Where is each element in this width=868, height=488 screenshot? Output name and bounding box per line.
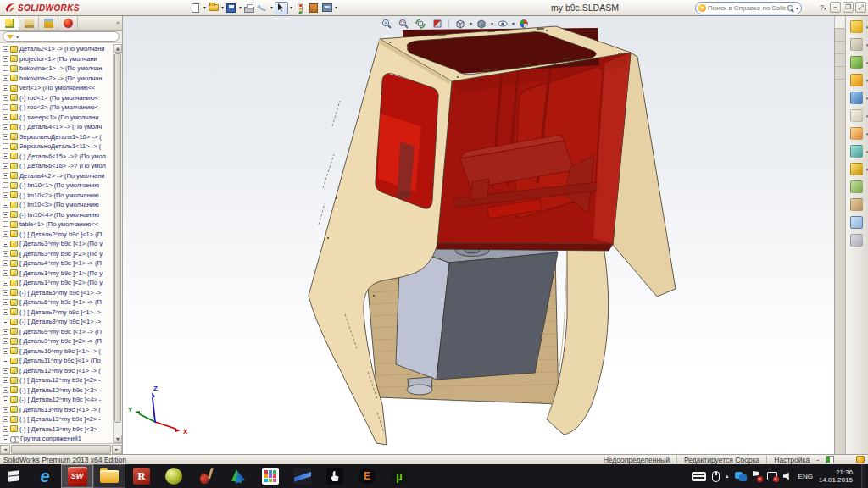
scroll-down-icon[interactable]: ▼: [114, 435, 122, 443]
tree-item[interactable]: [ Деталь1^my b9c ]<1> (По у: [2, 269, 113, 279]
command-tab[interactable]: [835, 42, 845, 54]
tree-item[interactable]: (-) [ Деталь8^my b9c ]<1> ->: [2, 317, 113, 327]
command-tool-icon[interactable]: [850, 180, 863, 193]
network-error-icon[interactable]: [767, 472, 777, 480]
hide-show-caret[interactable]: ▾: [512, 21, 515, 26]
print-icon[interactable]: [243, 2, 255, 14]
tree-item[interactable]: ( ) [ Деталь12^my b9c ]<2> -: [2, 375, 113, 385]
expand-toggle-icon[interactable]: [3, 163, 8, 169]
tree-item[interactable]: (-) [ Деталь12^my b9c ]<3> -: [2, 385, 113, 396]
tree-item[interactable]: [ Деталь9^my b9c ]<2> -> (П: [2, 336, 113, 347]
hide-show-items-icon[interactable]: [495, 17, 510, 30]
command-tool-icon[interactable]: [850, 74, 863, 86]
expand-toggle-icon[interactable]: [3, 65, 8, 71]
undo-icon[interactable]: [257, 2, 269, 14]
taskbar-solidworks[interactable]: SW: [61, 464, 93, 488]
open-caret[interactable]: ▾: [221, 5, 224, 10]
tree-item[interactable]: ( ) Деталь4<1> -> (По умолч: [2, 122, 113, 132]
expand-toggle-icon[interactable]: [3, 212, 8, 218]
expand-toggle-icon[interactable]: [3, 75, 8, 81]
panel-caret[interactable]: ▾: [335, 5, 337, 10]
section-view-icon[interactable]: [430, 17, 445, 30]
expand-toggle-icon[interactable]: [3, 407, 8, 413]
expand-toggle-icon[interactable]: [3, 104, 8, 110]
scroll-up-icon[interactable]: ▲: [114, 44, 122, 53]
expand-toggle-icon[interactable]: [3, 221, 8, 227]
rotate-view-icon[interactable]: [413, 17, 428, 30]
new-document-icon[interactable]: [190, 2, 202, 14]
tree-item[interactable]: bokovina<1> -> (По умолчан: [2, 64, 113, 74]
tree-item[interactable]: projector<1> (По умолчани: [2, 54, 113, 64]
expand-toggle-icon[interactable]: [3, 192, 8, 198]
tree-item[interactable]: Группа сопряжений1: [2, 434, 113, 443]
zoom-to-area-icon[interactable]: [396, 17, 411, 30]
minimize-icon[interactable]: –: [830, 2, 841, 13]
help-search-box[interactable]: ? ▾: [695, 2, 802, 14]
taskbar-e-reader[interactable]: E: [351, 464, 383, 488]
flag-notification-icon[interactable]: [753, 471, 761, 481]
taskbar-mosaic-app[interactable]: [254, 464, 287, 488]
tree-item[interactable]: ЗеркальноДеталь1<11> -> (: [2, 141, 113, 152]
tree-item[interactable]: [ Деталь4^my b9c ]<1> -> (П: [2, 258, 113, 269]
tree-item[interactable]: [ Деталь6^my b9c ]<1> -> (П: [2, 297, 113, 308]
view-orientation-icon[interactable]: [453, 17, 468, 30]
command-tool-icon[interactable]: [850, 198, 863, 211]
command-tool-icon[interactable]: [850, 163, 863, 175]
volume-icon[interactable]: [783, 472, 793, 481]
show-desktop-button[interactable]: [861, 464, 865, 488]
save-icon[interactable]: [225, 2, 237, 14]
tree-item[interactable]: ( ) sweep<1> (По умолчани: [2, 113, 113, 123]
expand-toggle-icon[interactable]: [3, 329, 8, 335]
tree-item[interactable]: [ Деталь3^my b9c ]<1> (По у: [2, 239, 113, 249]
expand-toggle-icon[interactable]: [3, 231, 8, 237]
command-tool-icon[interactable]: [850, 109, 863, 122]
sheet-status-icon[interactable]: [826, 456, 834, 463]
taskbar-r-reader[interactable]: R: [125, 464, 158, 488]
command-tool-icon[interactable]: [850, 145, 863, 158]
tree-item[interactable]: (-) lm10<4> (По умолчанию: [2, 210, 113, 220]
expand-toggle-icon[interactable]: [3, 358, 8, 363]
taskbar-video-app[interactable]: [287, 464, 319, 488]
tree-item[interactable]: [ Деталь9^my b9c ]<1> -> (П: [2, 327, 113, 337]
taskbar-media-disc[interactable]: [158, 464, 190, 488]
magnifier-icon[interactable]: [787, 5, 794, 12]
scroll-left-icon[interactable]: ◄: [0, 445, 10, 454]
language-indicator[interactable]: ENG: [798, 473, 813, 480]
expand-toggle-icon[interactable]: [3, 319, 8, 324]
customize-dash[interactable]: -: [816, 456, 819, 464]
display-style-icon[interactable]: [474, 17, 489, 30]
tree-item[interactable]: [ Деталь11^my b9c ]<1> (По: [2, 356, 113, 366]
tree-item[interactable]: (-) lm10<1> (По умолчанию: [2, 180, 113, 191]
expand-toggle-icon[interactable]: [3, 270, 8, 276]
taskbar-presenter-app[interactable]: [319, 464, 351, 488]
tab-feature-tree[interactable]: [0, 16, 19, 30]
tree-horizontal-scrollbar[interactable]: ◄ ►: [0, 443, 122, 454]
restore-icon[interactable]: ❐: [843, 2, 854, 13]
expand-toggle-icon[interactable]: [3, 368, 8, 374]
command-tool-icon[interactable]: [850, 56, 863, 69]
command-tool-icon[interactable]: [850, 38, 863, 51]
taskbar-internet-explorer[interactable]: e: [29, 464, 61, 488]
tree-item[interactable]: ( ) Деталь6<15> ->? (По умол: [2, 152, 113, 162]
expand-toggle-icon[interactable]: [3, 309, 8, 315]
vscroll-thumb[interactable]: [114, 53, 121, 423]
expand-toggle-icon[interactable]: [3, 348, 8, 354]
customize-label[interactable]: Настройка: [774, 456, 810, 464]
taskbar-guitar-app[interactable]: [190, 464, 222, 488]
expand-toggle-icon[interactable]: [3, 426, 8, 432]
command-tab[interactable]: [835, 54, 845, 67]
command-tab[interactable]: [835, 29, 845, 42]
clock[interactable]: 21:36 14.01.2015: [819, 469, 855, 485]
assembly-model[interactable]: X Y Z: [123, 16, 834, 454]
tree-item[interactable]: table<1> (По умолчанию<<: [2, 219, 113, 230]
expand-toggle-icon[interactable]: [3, 134, 8, 140]
command-tab[interactable]: [835, 67, 845, 80]
tree-filter-input[interactable]: ▾: [3, 31, 120, 42]
tab-display-manager[interactable]: [58, 16, 78, 30]
command-tool-icon[interactable]: [850, 20, 863, 33]
expand-toggle-icon[interactable]: [3, 46, 8, 52]
expand-toggle-icon[interactable]: [3, 95, 8, 101]
panel-flyout-arrow[interactable]: »: [114, 16, 122, 30]
tree-item[interactable]: Деталь2<1> -> (По умолчани: [2, 44, 113, 54]
expand-toggle-icon[interactable]: [3, 85, 8, 91]
